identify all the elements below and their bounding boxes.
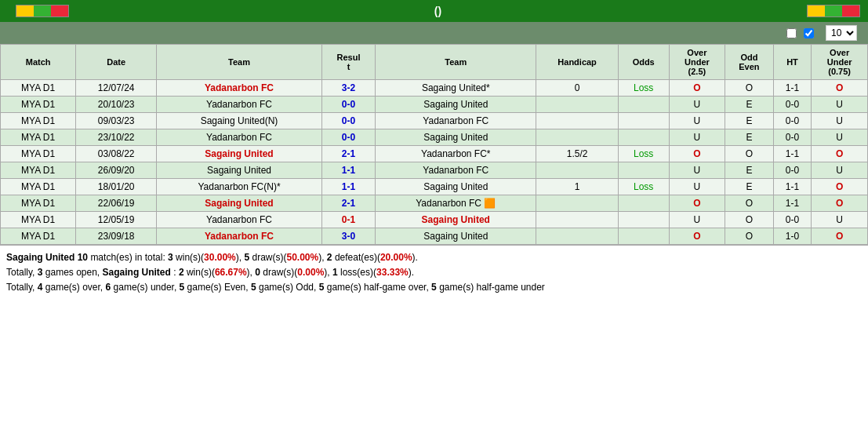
table-row: MYA D118/01/20Yadanarbon FC(N)*1-1Sagain…: [1, 179, 868, 195]
table-cell: 18/01/20: [76, 179, 157, 195]
table-cell: 09/03/23: [76, 113, 157, 129]
table-cell: MYA D1: [1, 146, 76, 162]
table-cell: 1-1: [321, 179, 375, 195]
table-cell: [536, 212, 618, 228]
table-cell: MYA D1: [1, 179, 76, 195]
table-cell: 03/08/22: [76, 146, 157, 162]
table-cell: U: [669, 179, 725, 195]
table-cell: U: [669, 212, 725, 228]
summary-bold-10: 10: [78, 252, 91, 263]
table-cell: Sagaing United: [376, 212, 536, 228]
table-cell: E: [725, 113, 773, 129]
summary-line1: Sagaing United 10 match(es) in total: 3 …: [6, 250, 862, 265]
table-cell: 1: [536, 179, 618, 195]
table-cell: Yadanarbon FC 🟧: [376, 195, 536, 212]
table-cell: E: [725, 97, 773, 113]
table-cell: 1-1: [321, 162, 375, 179]
matches-table: Match Date Team Result Team Handicap Odd…: [0, 44, 868, 245]
myanmar-flag-2: [807, 5, 860, 17]
table-cell: Yadanarbon FC: [157, 80, 322, 97]
table-cell: MYA D1: [1, 113, 76, 129]
table-cell: Yadanarbon FC*: [376, 146, 536, 162]
table-cell: O: [725, 195, 773, 212]
summary-draws-label: draw(s)(: [252, 252, 286, 263]
table-cell: O: [725, 80, 773, 97]
table-cell: U: [812, 129, 868, 146]
table-cell: E: [725, 162, 773, 179]
table-cell: [618, 228, 669, 245]
table-cell: 2-1: [321, 146, 375, 162]
table-cell: Loss: [618, 146, 669, 162]
table-cell: E: [725, 179, 773, 195]
table-cell: U: [812, 113, 868, 129]
table-cell: [618, 113, 669, 129]
header-bar: (): [0, 0, 868, 22]
mya-d1-checkbox[interactable]: [804, 28, 814, 38]
summary-team: Sagaing United: [6, 252, 74, 263]
table-cell: O: [669, 146, 725, 162]
summary-draws-count: 5: [244, 252, 252, 263]
col-match: Match: [1, 45, 76, 80]
table-row: MYA D112/07/24Yadanarbon FC3-2Sagaing Un…: [1, 80, 868, 97]
table-row: MYA D112/05/19Yadanarbon FC0-1Sagaing Un…: [1, 212, 868, 228]
table-cell: Sagaing United: [157, 162, 322, 179]
table-cell: Yadanarbon FC: [157, 129, 322, 146]
table-cell: 23/09/18: [76, 228, 157, 245]
table-cell: O: [812, 179, 868, 195]
table-cell: Loss: [618, 179, 669, 195]
table-cell: 1-1: [773, 195, 812, 212]
table-cell: 0: [536, 80, 618, 97]
table-cell: 0-0: [773, 97, 812, 113]
home-ground-checkbox[interactable]: [786, 28, 797, 38]
match-title: (): [77, 5, 799, 17]
table-cell: Yadanarbon FC(N)*: [157, 179, 322, 195]
summary-wins-count: 3: [168, 252, 176, 263]
table-cell: [618, 212, 669, 228]
table-cell: U: [669, 97, 725, 113]
summary-defeats-count: 2: [327, 252, 335, 263]
table-cell: Sagaing United(N): [157, 113, 322, 129]
table-cell: O: [812, 146, 868, 162]
table-cell: 1-1: [773, 179, 812, 195]
table-cell: 0-0: [321, 129, 375, 146]
col-ou25: OverUnder(2.5): [669, 45, 725, 80]
last-games-select[interactable]: 10 5 15 20 All: [826, 25, 857, 41]
table-row: MYA D126/09/20Sagaing United1-1Yadanarbo…: [1, 162, 868, 179]
table-cell: 20/10/23: [76, 97, 157, 113]
table-cell: 3-2: [321, 80, 375, 97]
table-cell: 0-0: [773, 162, 812, 179]
table-cell: U: [669, 129, 725, 146]
table-row: MYA D123/10/22Yadanarbon FC0-0Sagaing Un…: [1, 129, 868, 146]
summary-wins-label: win(s)(: [176, 252, 204, 263]
summary-line2: Totally, 3 games open, Sagaing United : …: [6, 265, 862, 280]
col-handicap: Handicap: [536, 45, 618, 80]
table-row: MYA D103/08/22Sagaing United2-1Yadanarbo…: [1, 146, 868, 162]
table-cell: O: [812, 228, 868, 245]
table-cell: O: [669, 80, 725, 97]
col-date: Date: [76, 45, 157, 80]
table-cell: U: [669, 113, 725, 129]
table-cell: MYA D1: [1, 162, 76, 179]
table-cell: Sagaing United: [376, 129, 536, 146]
table-cell: Yadanarbon FC: [157, 212, 322, 228]
table-cell: MYA D1: [1, 195, 76, 212]
home-ground-checkbox-item[interactable]: [786, 28, 799, 38]
table-cell: [536, 97, 618, 113]
table-cell: Sagaing United*: [376, 80, 536, 97]
table-cell: O: [669, 228, 725, 245]
table-row: MYA D109/03/23Sagaing United(N)0-0Yadana…: [1, 113, 868, 129]
col-odds: Odds: [618, 45, 669, 80]
mya-d1-checkbox-item[interactable]: [804, 28, 816, 38]
table-cell: [536, 162, 618, 179]
controls-bar: 10 5 15 20 All: [0, 22, 868, 44]
table-cell: 0-0: [773, 113, 812, 129]
table-cell: Yadanarbon FC: [376, 162, 536, 179]
table-cell: Yadanarbon FC: [157, 228, 322, 245]
table-cell: MYA D1: [1, 228, 76, 245]
col-ht: HT: [773, 45, 812, 80]
table-cell: Sagaing United: [157, 146, 322, 162]
table-cell: O: [725, 212, 773, 228]
table-cell: Sagaing United: [376, 179, 536, 195]
table-cell: O: [812, 195, 868, 212]
table-cell: E: [725, 129, 773, 146]
